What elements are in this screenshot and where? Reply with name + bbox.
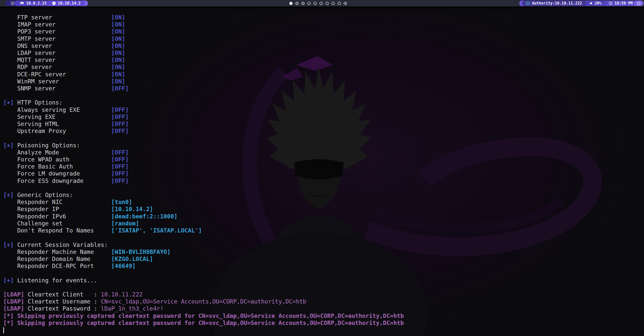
workspace-dot-occupied[interactable] (301, 2, 305, 5)
terminal-line: RDP server [ON] (3, 64, 125, 70)
cube-icon (526, 1, 530, 5)
terminal-line: IMAP server [ON] (3, 21, 125, 28)
desktop: { "topbar": { "launcher_icon": "apps-gri… (0, 0, 644, 336)
terminal-line: Serving EXE [OFF] (3, 114, 129, 120)
terminal-line: Analyze Mode [OFF] (3, 149, 129, 156)
terminal-line: LDAP server [ON] (3, 50, 125, 56)
terminal-line: SMTP server [ON] (3, 36, 125, 42)
ethernet-ip-widget[interactable]: 10.0.2.15 (15, 1, 51, 6)
terminal-line: [LDAP] Cleartext Password : lDaP_1n_th3_… (3, 305, 164, 312)
terminal-window[interactable]: FTP server [ON] IMAP server [ON] POP3 se… (0, 8, 644, 336)
target-host-label: Authority-10.10.11.222 (532, 1, 582, 6)
workspace-dot-empty[interactable] (319, 2, 323, 5)
terminal-line: Responder DCE-RPC Port [46649] (3, 263, 136, 269)
terminal-line: Force ESS downgrade [OFF] (3, 178, 129, 184)
workspace-dot-empty[interactable] (338, 2, 341, 5)
terminal-line: [+] HTTP Options: (3, 99, 62, 106)
clock-icon (609, 2, 612, 5)
power-button[interactable] (634, 1, 643, 6)
volume-label: 20% (595, 1, 601, 6)
terminal-line: Serving HTML [OFF] (3, 121, 129, 127)
target-host-widget[interactable]: Authority-10.10.11.222 (522, 1, 586, 6)
terminal-line: [+] Generic Options: (3, 192, 73, 198)
clock-widget[interactable]: 10:59 PM (602, 1, 637, 6)
ethernet-icon (20, 2, 24, 5)
terminal-line: [LDAP] Cleartext Username : CN=svc_ldap,… (3, 298, 306, 305)
workspace-dot-empty[interactable] (307, 2, 311, 5)
terminal-line: Responder NIC [tun0] (3, 199, 132, 205)
clock-label: 10:59 PM (615, 1, 633, 6)
workspace-switcher (289, 0, 347, 7)
terminal-line: Force LM downgrade [OFF] (3, 170, 129, 177)
apps-grid-icon (11, 2, 14, 5)
statusbar-right-cluster: Authority-10.10.11.222 20% 10:59 PM (519, 1, 643, 6)
terminal-line: WinRM server [ON] (3, 78, 125, 85)
shield-icon (52, 2, 56, 5)
workspace-dot-empty[interactable] (332, 2, 335, 5)
workspace-dot-empty[interactable] (326, 2, 329, 5)
terminal-line: SNMP server [OFF] (3, 85, 129, 92)
terminal-line: Don't Respond To Names ['ISATAP', 'ISATA… (3, 227, 202, 234)
ethernet-ip-label: 10.0.2.15 (26, 1, 47, 6)
status-bar: 10.0.2.15 10.10.14.2 Authority-10.10.11.… (0, 0, 644, 7)
terminal-line: MQTT server [ON] (3, 57, 125, 63)
workspace-dot-empty[interactable] (313, 2, 317, 5)
terminal-line: Responder IPv6 [dead:beef:2::1000] (3, 213, 177, 220)
workspace-dot-occupied[interactable] (295, 2, 299, 5)
terminal-line: Force Basic Auth [OFF] (3, 163, 129, 170)
statusbar-left-cluster: 10.0.2.15 10.10.14.2 (6, 1, 88, 6)
terminal-line: Challenge set [random] (3, 220, 139, 227)
terminal-line: Always serving EXE [OFF] (3, 107, 129, 113)
terminal-line: Responder IP [10.10.14.2] (3, 206, 153, 212)
responder-output: FTP server [ON] IMAP server [ON] POP3 se… (0, 8, 644, 333)
speaker-icon (589, 2, 592, 5)
terminal-line: [+] Listening for events... (3, 277, 97, 284)
terminal-line: POP3 server [ON] (3, 28, 125, 35)
terminal-line: Responder Domain Name [KZGO.LOCAL] (3, 256, 153, 262)
terminal-line: Force WPAD auth [OFF] (3, 156, 129, 163)
vpn-ip-widget[interactable]: 10.10.14.2 (47, 1, 85, 6)
power-icon (637, 2, 640, 5)
terminal-line: [*] Skipping previously captured clearte… (3, 320, 404, 326)
terminal-cursor (3, 327, 4, 333)
terminal-line: DNS server [ON] (3, 43, 125, 49)
terminal-line: Upstream Proxy [OFF] (3, 128, 129, 134)
terminal-line (3, 327, 4, 333)
terminal-line: Responder Machine Name [WIN-BVLIH8BFAYO] (3, 249, 171, 255)
terminal-line: FTP server [ON] (3, 14, 125, 21)
terminal-line: [*] Skipping previously captured clearte… (3, 313, 404, 319)
terminal-line: [+] Current Session Variables: (3, 242, 108, 248)
workspace-dot-occupied[interactable] (344, 2, 347, 5)
terminal-line: DCE-RPC server [ON] (3, 71, 125, 78)
terminal-line: [LDAP] Cleartext Client : 10.10.11.222 (3, 291, 143, 298)
terminal-line: [+] Poisoning Options: (3, 142, 80, 149)
workspace-dot-active[interactable] (289, 2, 293, 5)
vpn-ip-label: 10.10.14.2 (58, 1, 80, 6)
